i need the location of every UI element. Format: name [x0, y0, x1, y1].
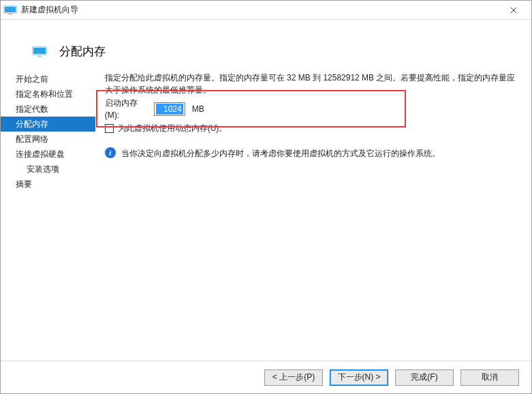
dynamic-memory-checkbox[interactable] — [105, 124, 114, 133]
svg-rect-1 — [5, 7, 16, 12]
dynamic-memory-row[interactable]: 为此虚拟机使用动态内存(U)。 — [105, 121, 519, 135]
step-before-begin[interactable]: 开始之前 — [1, 72, 95, 87]
titlebar: 新建虚拟机向导 — [1, 1, 531, 20]
wizard-steps-sidebar: 开始之前 指定名称和位置 指定代数 分配内存 配置网络 连接虚拟硬盘 安装选项 … — [1, 72, 95, 361]
wizard-footer: < 上一步(P) 下一步(N) > 完成(F) 取消 — [1, 361, 531, 393]
page-header: 分配内存 — [1, 20, 531, 72]
wizard-window: 新建虚拟机向导 分配内存 开始之前 指定名称和位置 指定代数 分配内存 配置网络… — [0, 0, 532, 394]
main-panel: 指定分配给此虚拟机的内存量。指定的内存量可在 32 MB 到 12582912 … — [95, 72, 531, 361]
next-button[interactable]: 下一步(N) > — [330, 369, 388, 386]
startup-memory-label: 启动内存(M): — [105, 97, 150, 121]
step-assign-memory[interactable]: 分配内存 — [1, 117, 95, 132]
svg-rect-4 — [33, 48, 46, 54]
info-icon: i — [105, 147, 116, 158]
info-text: 当你决定向虚拟机分配多少内存时，请考虑你要使用虚拟机的方式及它运行的操作系统。 — [121, 147, 440, 160]
memory-unit: MB — [192, 103, 204, 115]
page-title: 分配内存 — [59, 44, 106, 59]
step-summary[interactable]: 摘要 — [1, 177, 95, 192]
step-install-options[interactable]: 安装选项 — [1, 162, 95, 177]
decor-connector-left — [0, 150, 1, 160]
step-name-location[interactable]: 指定名称和位置 — [1, 87, 95, 102]
svg-rect-5 — [37, 55, 42, 57]
dynamic-memory-label: 为此虚拟机使用动态内存(U)。 — [118, 122, 228, 134]
monitor-icon — [32, 46, 47, 57]
step-configure-network[interactable]: 配置网络 — [1, 132, 95, 147]
startup-memory-input[interactable] — [154, 102, 185, 116]
info-row: i 当你决定向虚拟机分配多少内存时，请考虑你要使用虚拟机的方式及它运行的操作系统… — [105, 147, 519, 160]
finish-button[interactable]: 完成(F) — [395, 369, 454, 386]
step-generation[interactable]: 指定代数 — [1, 102, 95, 117]
app-icon — [3, 5, 17, 15]
window-title: 新建虚拟机向导 — [21, 4, 78, 16]
step-connect-vhd[interactable]: 连接虚拟硬盘 — [1, 147, 95, 162]
startup-memory-row: 启动内存(M): 1024 MB — [105, 102, 519, 117]
previous-button[interactable]: < 上一步(P) — [264, 369, 323, 386]
svg-rect-2 — [8, 14, 12, 15]
cancel-button[interactable]: 取消 — [460, 369, 519, 386]
close-button[interactable] — [499, 1, 529, 20]
wizard-body: 开始之前 指定名称和位置 指定代数 分配内存 配置网络 连接虚拟硬盘 安装选项 … — [1, 72, 531, 361]
memory-description: 指定分配给此虚拟机的内存量。指定的内存量可在 32 MB 到 12582912 … — [105, 72, 519, 96]
